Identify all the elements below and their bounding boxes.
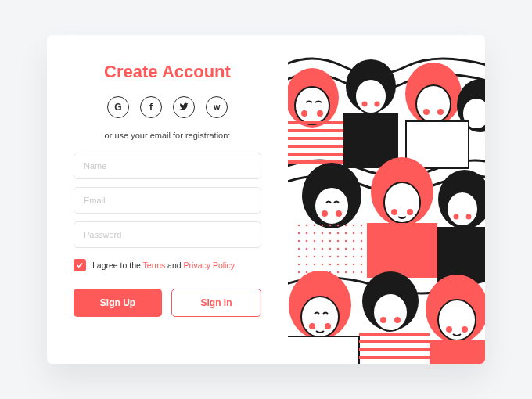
svg-point-12 xyxy=(416,85,451,123)
signup-button[interactable]: Sign Up xyxy=(74,289,162,317)
svg-point-8 xyxy=(355,79,386,113)
vk-icon: W xyxy=(214,103,220,111)
svg-point-21 xyxy=(315,187,349,225)
svg-point-14 xyxy=(437,109,444,115)
social-login-row: G f W xyxy=(74,96,261,118)
svg-point-45 xyxy=(446,326,452,332)
svg-point-13 xyxy=(423,109,430,115)
agree-text: I agree to the Terms and Privacy Policy. xyxy=(92,261,236,270)
svg-rect-48 xyxy=(359,332,430,364)
facebook-login-button[interactable]: f xyxy=(140,96,162,118)
button-row: Sign Up Sign In xyxy=(74,289,261,317)
crowd-illustration xyxy=(288,35,485,364)
svg-point-26 xyxy=(391,209,397,215)
svg-point-41 xyxy=(380,317,386,323)
agree-checkbox[interactable] xyxy=(74,259,86,271)
svg-point-4 xyxy=(295,87,329,124)
page-title: Create Account xyxy=(74,62,261,82)
illustration-pane xyxy=(288,35,485,364)
svg-point-31 xyxy=(466,214,472,220)
password-field[interactable] xyxy=(74,221,261,248)
twitter-icon xyxy=(179,102,189,113)
google-login-button[interactable]: G xyxy=(107,96,129,118)
agree-row: I agree to the Terms and Privacy Policy. xyxy=(74,259,261,271)
svg-point-30 xyxy=(454,214,459,220)
google-icon: G xyxy=(114,102,121,113)
facebook-icon: f xyxy=(149,102,153,113)
twitter-login-button[interactable] xyxy=(173,96,195,118)
svg-rect-34 xyxy=(437,227,485,282)
svg-point-27 xyxy=(407,209,413,215)
svg-point-42 xyxy=(394,317,401,323)
vk-login-button[interactable]: W xyxy=(206,96,228,118)
svg-rect-47 xyxy=(288,336,359,364)
form-pane: Create Account G f W or use your email f… xyxy=(47,35,288,364)
svg-rect-17 xyxy=(288,121,343,168)
svg-point-44 xyxy=(438,300,476,340)
svg-point-23 xyxy=(336,210,342,217)
name-field[interactable] xyxy=(74,153,261,179)
svg-point-6 xyxy=(317,110,323,117)
privacy-link[interactable]: Privacy Policy xyxy=(184,261,235,270)
svg-point-38 xyxy=(325,323,331,329)
svg-rect-33 xyxy=(367,223,437,278)
email-field[interactable] xyxy=(74,187,261,214)
svg-rect-49 xyxy=(430,340,485,364)
svg-point-25 xyxy=(384,182,420,223)
svg-point-36 xyxy=(301,297,339,337)
svg-point-29 xyxy=(447,192,478,226)
signup-card: Create Account G f W or use your email f… xyxy=(47,35,485,364)
svg-rect-32 xyxy=(297,223,367,278)
signin-button[interactable]: Sign In xyxy=(171,289,261,317)
check-icon xyxy=(76,261,84,269)
subtitle: or use your email for registration: xyxy=(74,131,261,140)
svg-point-40 xyxy=(373,293,408,331)
svg-point-37 xyxy=(309,323,315,329)
terms-link[interactable]: Terms xyxy=(143,261,166,270)
svg-point-46 xyxy=(462,326,468,332)
svg-point-9 xyxy=(362,102,368,107)
svg-point-5 xyxy=(301,110,307,117)
svg-point-10 xyxy=(375,102,380,107)
svg-point-22 xyxy=(322,210,328,217)
